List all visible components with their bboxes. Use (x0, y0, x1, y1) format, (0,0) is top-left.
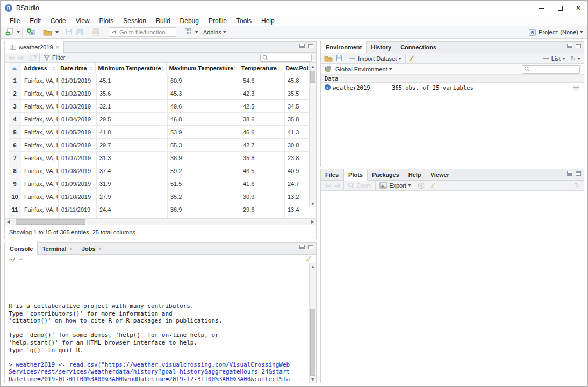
tab-files[interactable]: Files (321, 169, 343, 180)
scope-selector[interactable]: Global Environment (335, 66, 388, 73)
nav-back-icon[interactable] (8, 55, 16, 61)
minimize-button[interactable] (533, 1, 551, 16)
remove-plot-icon[interactable] (418, 182, 425, 189)
column-header-max-temp[interactable]: Maximum.Temperature (167, 63, 239, 74)
refresh-plots-icon[interactable]: ↻ (575, 182, 580, 189)
pane-maximize-icon[interactable] (576, 171, 581, 176)
project-selector[interactable]: R Project: (None) (529, 26, 583, 39)
menu-item[interactable]: Edit (25, 16, 46, 26)
tab-help[interactable]: Help (404, 169, 426, 180)
tab-jobs[interactable]: Jobs× (77, 243, 106, 254)
list-view-button[interactable]: List (551, 55, 561, 62)
clear-console-broom-icon[interactable] (305, 256, 312, 262)
table-row[interactable]: 5 Fairfax, VA, US 01/05/2019 41.8 53.9 4… (9, 126, 316, 139)
tab-environment[interactable]: Environment (321, 41, 367, 53)
plots-toolbar: Zoom Export ↻ (321, 181, 584, 191)
tab-history[interactable]: History (367, 42, 396, 53)
tab-connections[interactable]: Connections (396, 42, 441, 53)
import-dataset-button[interactable]: Import Dataset (347, 53, 403, 64)
tab-weather2019[interactable]: weather2019 × (5, 41, 64, 53)
clear-plots-broom-icon[interactable] (429, 182, 436, 189)
menu-item[interactable]: File (5, 16, 25, 26)
save-workspace-icon[interactable] (335, 55, 342, 62)
table-vertical-scrollbar[interactable] (309, 63, 316, 207)
column-header-datetime[interactable]: Date.time (58, 63, 96, 74)
table-row[interactable]: 11 Fairfax, VA, US 01/11/2019 24.4 36.9 … (9, 203, 316, 216)
table-row[interactable]: 10 Fairfax, VA, US 01/10/2019 27.9 35.2 … (9, 190, 316, 203)
table-row[interactable]: 4 Fairfax, VA, US 01/04/2019 29.5 46.8 3… (9, 113, 316, 126)
tab-viewer[interactable]: Viewer (426, 169, 454, 180)
menu-item[interactable]: Session (118, 16, 151, 26)
table-row[interactable]: 3 Fairfax, VA, US 01/03/2019 32.1 49.6 4… (9, 100, 316, 113)
expand-object-icon[interactable]: ▶ (325, 84, 331, 90)
table-row[interactable]: 6 Fairfax, VA, US 01/06/2019 29.7 55.3 4… (9, 139, 316, 152)
menu-item[interactable]: Tools (232, 16, 256, 26)
open-file-caret[interactable] (55, 31, 59, 33)
menu-item[interactable]: Help (256, 16, 279, 26)
pane-maximize-icon[interactable] (576, 44, 581, 48)
load-workspace-icon[interactable] (324, 55, 333, 62)
console-output[interactable]: R is a collaborative project with many c… (5, 263, 316, 383)
print-button[interactable] (90, 27, 102, 38)
tab-packages[interactable]: Packages (368, 169, 404, 180)
pane-minimize-icon[interactable] (567, 44, 572, 48)
new-file-caret[interactable] (17, 31, 20, 33)
table-row[interactable]: 8 Fairfax, VA, US 01/08/2019 37.4 59.2 4… (9, 164, 316, 177)
filter-button[interactable]: Filter (42, 52, 67, 63)
open-file-button[interactable] (41, 27, 54, 38)
tab-close-icon[interactable]: × (56, 44, 59, 51)
tab-console[interactable]: Console (5, 242, 38, 255)
maximize-button[interactable] (551, 1, 569, 16)
close-button[interactable]: ✕ (569, 1, 587, 16)
tab-close-icon[interactable]: × (69, 246, 72, 252)
tab-close-icon[interactable]: × (98, 246, 102, 252)
table-row[interactable]: 7 Fairfax, VA, US 01/07/2019 31.3 38.9 3… (9, 152, 316, 164)
date-cell: 01/07/2019 (59, 152, 97, 164)
panes-layout-caret[interactable] (195, 31, 198, 33)
menu-item[interactable]: Profile (204, 16, 232, 26)
nav-forward-icon[interactable] (17, 55, 25, 61)
export-plot-button[interactable]: Export (378, 180, 413, 191)
table-horizontal-scrollbar[interactable] (5, 218, 316, 225)
new-file-button[interactable] (4, 27, 15, 38)
column-header-temp[interactable]: Temperature (239, 63, 283, 74)
tab-plots[interactable]: Plots (343, 169, 368, 181)
addins-button[interactable]: Addins (202, 27, 228, 38)
zoom-plot-button[interactable]: Zoom (346, 180, 373, 191)
environment-object-row[interactable]: ▶ weather2019 365 obs. of 25 variables (321, 83, 584, 92)
save-button[interactable] (63, 27, 74, 38)
goto-directory-icon[interactable] (18, 257, 24, 262)
column-header-min-temp[interactable]: Minimum.Temperature (96, 63, 167, 74)
temp-cell: 35.8 (240, 152, 285, 164)
table-row[interactable]: 1 Fairfax, VA, US 01/01/2019 45.1 60.9 5… (9, 74, 316, 87)
console-scrollbar[interactable] (309, 263, 316, 383)
clear-environment-broom-icon[interactable] (408, 55, 415, 62)
open-new-window-icon[interactable] (30, 54, 37, 61)
refresh-icon[interactable]: ↻ (570, 55, 576, 62)
column-header-address[interactable]: Address (21, 63, 58, 74)
save-all-button[interactable] (74, 27, 85, 38)
pane-minimize-icon[interactable] (299, 44, 305, 48)
new-project-button[interactable]: R (25, 27, 37, 38)
rownum-header[interactable] (9, 63, 21, 74)
address-cell: Fairfax, VA, US (21, 139, 59, 151)
menu-item[interactable]: Plots (95, 16, 119, 26)
goto-file-input[interactable]: Go to file/function (109, 27, 176, 37)
previous-plot-icon[interactable] (324, 183, 332, 189)
menu-item[interactable]: Build (151, 16, 175, 26)
table-search-input[interactable] (260, 54, 312, 62)
pane-maximize-icon[interactable] (308, 245, 313, 249)
menu-item[interactable]: Debug (175, 16, 204, 26)
tab-terminal[interactable]: Terminal× (38, 243, 77, 254)
pane-maximize-icon[interactable] (308, 44, 313, 48)
panes-layout-button[interactable] (183, 27, 193, 38)
view-table-icon[interactable] (573, 85, 579, 90)
pane-minimize-icon[interactable] (299, 245, 305, 249)
table-row[interactable]: 9 Fairfax, VA, US 01/09/2019 31.9 51.5 4… (9, 177, 316, 190)
table-row[interactable]: 2 Fairfax, VA, US 01/02/2019 35.6 45.3 4… (9, 87, 316, 100)
pane-minimize-icon[interactable] (567, 171, 572, 176)
environment-search-input[interactable] (522, 65, 580, 74)
menu-item[interactable]: View (71, 16, 95, 26)
next-plot-icon[interactable] (334, 183, 341, 189)
menu-item[interactable]: Code (46, 16, 71, 26)
